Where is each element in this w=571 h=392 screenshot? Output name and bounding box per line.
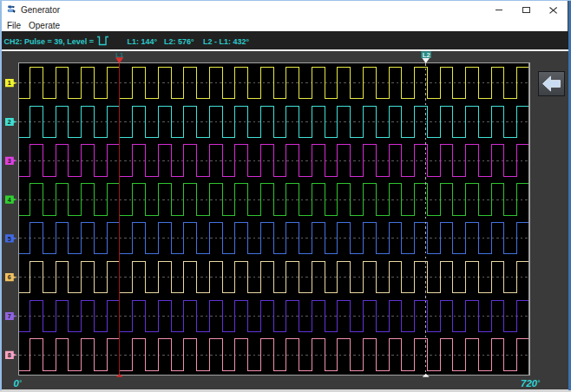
svg-text:L1: L1 — [115, 51, 124, 59]
svg-text:7: 7 — [8, 312, 11, 320]
svg-text:3: 3 — [8, 157, 11, 165]
svg-text:1: 1 — [8, 79, 11, 87]
svg-text:L2: L2 — [423, 51, 431, 59]
svg-text:4: 4 — [8, 196, 11, 204]
svg-text:6: 6 — [8, 273, 11, 281]
svg-text:5: 5 — [8, 235, 11, 243]
svg-text:8: 8 — [8, 351, 11, 359]
svg-text:2: 2 — [8, 118, 11, 126]
